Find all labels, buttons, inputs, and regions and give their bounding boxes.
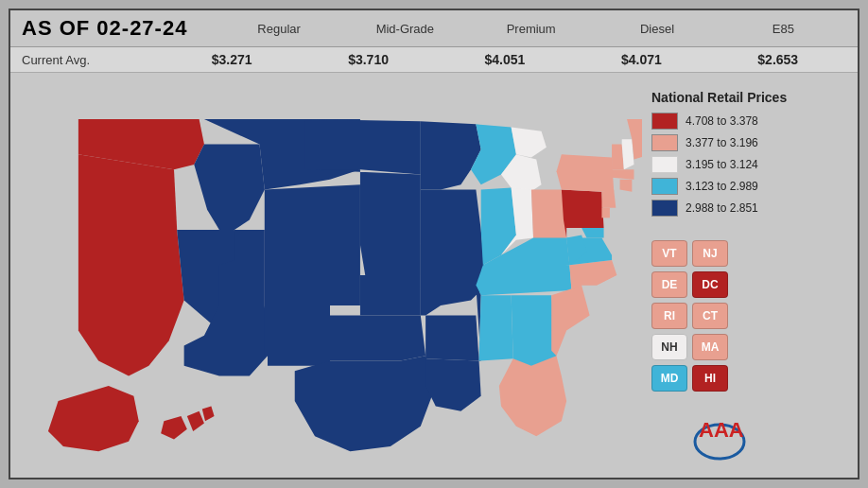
badge-dc: DC	[692, 271, 728, 298]
legend-text-5: 2.988 to 2.851	[686, 201, 758, 215]
state-ne	[360, 230, 421, 275]
legend-swatch-2	[651, 134, 678, 151]
state-nj-map	[601, 190, 616, 208]
state-az	[184, 305, 268, 376]
badge-hi: HI	[692, 365, 728, 392]
state-id	[194, 145, 265, 230]
state-ak	[48, 386, 139, 451]
us-map	[18, 80, 642, 470]
state-ny	[557, 154, 615, 191]
state-vt-map	[612, 145, 624, 170]
date-label: AS OF 02-27-24	[22, 16, 187, 41]
state-ok	[330, 316, 425, 366]
avg-e85: $2.653	[740, 52, 816, 67]
state-ma-map	[612, 169, 634, 180]
avg-row: Current Avg. $3.271 $3.710 $4.051 $4.071…	[10, 47, 858, 73]
state-de-map	[601, 208, 610, 218]
state-ca	[78, 230, 184, 375]
col-e85: E85	[745, 22, 821, 36]
state-nc	[569, 260, 616, 290]
avg-midgrade: $3.710	[331, 52, 407, 67]
legend-item-2: 3.377 to 3.196	[651, 134, 758, 151]
svg-text:AAA: AAA	[699, 418, 744, 442]
state-ar	[425, 316, 478, 361]
col-regular: Regular	[241, 22, 317, 36]
badge-vt: VT	[651, 240, 687, 267]
badge-nj: NJ	[692, 240, 728, 267]
legend-text-1: 4.708 to 3.378	[686, 114, 758, 128]
avg-label: Current Avg.	[22, 53, 135, 67]
legend-text-4: 3.123 to 2.989	[686, 180, 758, 193]
legend-text-2: 3.377 to 3.196	[686, 136, 758, 149]
header-columns: Regular Mid-Grade Premium Diesel E85	[216, 22, 846, 36]
col-diesel: Diesel	[619, 22, 695, 36]
col-premium: Premium	[494, 22, 569, 36]
state-nm	[265, 305, 330, 366]
legend-text-3: 3.195 to 3.124	[686, 158, 758, 171]
badge-ma: MA	[692, 334, 728, 360]
legend-item-5: 2.988 to 2.851	[651, 200, 758, 217]
state-ks	[360, 275, 421, 316]
badge-nh: NH	[651, 334, 687, 360]
legend-swatch-1	[651, 113, 678, 130]
badge-ri: RI	[651, 303, 687, 329]
avg-regular: $3.271	[194, 52, 269, 67]
state-ia	[421, 190, 481, 231]
state-fl	[499, 356, 566, 436]
state-sc	[551, 286, 589, 357]
legend-swatch-5	[651, 200, 678, 217]
legend-item-1: 4.708 to 3.378	[651, 113, 758, 130]
state-ct-map	[620, 180, 633, 192]
state-wy	[265, 184, 360, 245]
col-midgrade: Mid-Grade	[367, 22, 443, 36]
state-mo	[421, 230, 486, 315]
legend-swatch-3	[651, 156, 678, 173]
badge-md: MD	[651, 365, 687, 392]
main-container: AS OF 02-27-24 Regular Mid-Grade Premium…	[9, 9, 859, 479]
state-mn	[421, 121, 481, 189]
state-md-map	[582, 228, 603, 238]
avg-values: $3.271 $3.710 $4.051 $4.071 $2.653	[164, 52, 846, 67]
legend-item-4: 3.123 to 2.989	[651, 178, 758, 195]
legend-area: National Retail Prices 4.708 to 3.378 3.…	[642, 80, 850, 470]
state-tn	[476, 265, 571, 295]
state-nd	[304, 119, 420, 175]
main-content: National Retail Prices 4.708 to 3.378 3.…	[10, 73, 858, 478]
aaa-logo-svg: AAA	[670, 409, 746, 461]
header-row: AS OF 02-27-24 Regular Mid-Grade Premium…	[10, 10, 858, 47]
state-la	[425, 358, 481, 410]
state-co	[265, 245, 360, 305]
state-al	[479, 295, 513, 360]
state-oh	[531, 190, 566, 246]
legend-swatch-4	[651, 178, 678, 195]
legend-title: National Retail Prices	[651, 90, 787, 105]
legend-item-3: 3.195 to 3.124	[651, 156, 758, 173]
state-nh-map	[622, 139, 634, 169]
aaa-logo: AAA	[670, 409, 746, 464]
state-tx	[295, 356, 436, 451]
avg-diesel: $4.071	[603, 52, 679, 67]
avg-premium: $4.051	[467, 52, 543, 67]
small-states-grid: VT NJ DE DC RI CT NH MA MD HI	[651, 240, 728, 392]
map-area	[18, 80, 642, 470]
badge-de: DE	[651, 271, 687, 298]
state-hi-map	[161, 416, 187, 439]
badge-ct: CT	[692, 303, 728, 329]
state-hi3	[202, 406, 215, 421]
state-mi-upper	[512, 128, 547, 158]
state-hi2	[187, 411, 204, 431]
